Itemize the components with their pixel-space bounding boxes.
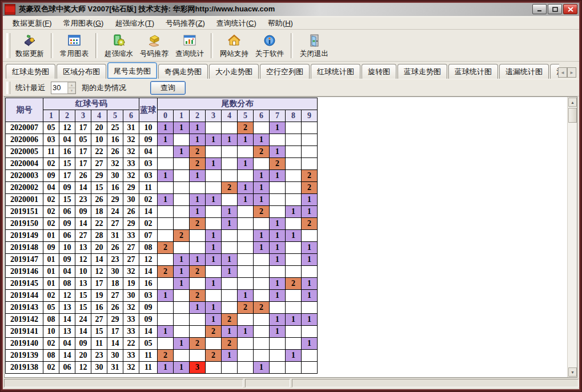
red-ball-cell: 16 <box>91 302 107 314</box>
tab-4[interactable]: 奇偶走势图 <box>158 64 208 79</box>
menu-item-h[interactable]: 帮助(H) <box>262 17 299 30</box>
tail-col-header: 6 <box>254 110 270 122</box>
toolbar-button-2[interactable]: 常用图表 <box>57 31 92 60</box>
tail-count-cell <box>238 266 254 278</box>
table-row: 20191411013141517331412111 <box>6 326 318 338</box>
query-button[interactable]: 查询 <box>150 81 186 95</box>
menu-item-f[interactable]: 数据更新(F) <box>7 17 58 30</box>
toolbar-button-7[interactable]: 关于软件 <box>252 31 287 60</box>
scroll-up-icon[interactable]: ▲ <box>568 98 577 107</box>
table-row: 202000603040510163209111111 <box>6 134 318 146</box>
table-row: 2019143051315162632091122 <box>6 302 318 314</box>
tail-count-cell: 1 <box>206 194 222 206</box>
menu-item-text: ) <box>291 19 293 27</box>
tail-count-cell <box>158 182 174 194</box>
toolbar-button-4[interactable]: 号码推荐 <box>137 31 172 60</box>
red-ball-cell: 28 <box>91 230 107 242</box>
tab-5[interactable]: 大小走势图 <box>209 64 259 79</box>
tail-count-cell <box>254 266 270 278</box>
menu-item-c[interactable]: 查询统计(C) <box>211 17 262 30</box>
tab-scroll-right-button[interactable]: ► <box>567 67 576 78</box>
tab-1[interactable]: 红球走势图 <box>6 64 55 79</box>
window-title: 英豪双色球中奖大师 V2007[钻石版] 技术支持: 华彩网http://www… <box>19 4 275 14</box>
period-cell: 2019146 <box>6 266 43 278</box>
red-ball-cell: 30 <box>107 170 123 182</box>
tail-col-header: 1 <box>174 110 190 122</box>
blue-ball-cell: 16 <box>139 278 158 290</box>
period-cell: 2020005 <box>6 146 43 158</box>
tail-count-cell: 1 <box>190 302 206 314</box>
scroll-down-icon[interactable]: ▼ <box>568 367 577 377</box>
red-ball-cell: 30 <box>107 350 123 362</box>
close-button[interactable] <box>563 4 577 14</box>
tail-count-cell: 1 <box>158 326 174 338</box>
tail-count-cell <box>286 266 302 278</box>
vertical-scrollbar[interactable]: ▲ ▼ <box>567 97 577 377</box>
toolbar-button-3[interactable]: 超强缩水 <box>101 31 137 60</box>
red-ball-cell: 22 <box>91 146 107 158</box>
spinner-down-icon[interactable]: ▼ <box>68 88 75 94</box>
tab-7[interactable]: 红球统计图 <box>311 64 360 79</box>
red-col-header: 6 <box>123 110 139 122</box>
red-ball-cell: 01 <box>43 278 59 290</box>
tail-count-cell <box>302 362 318 374</box>
period-cell: 2019149 <box>6 230 43 242</box>
blue-ball-cell: 14 <box>139 326 158 338</box>
menu-item-g[interactable]: 常用图表(G) <box>58 17 110 30</box>
tab-11[interactable]: 遗漏统计图 <box>499 64 549 79</box>
tail-count-cell <box>222 194 238 206</box>
tail-count-cell <box>254 254 270 266</box>
tail-count-cell <box>302 134 318 146</box>
tab-6[interactable]: 空行空列图 <box>260 64 310 79</box>
query-bar: 统计最近 ▲ ▼ 期的走势情况 查询 <box>2 79 580 96</box>
red-ball-cell: 17 <box>75 146 91 158</box>
tail-count-cell <box>190 182 206 194</box>
table-row: 20191440212151927300312111 <box>6 290 318 302</box>
red-ball-cell: 05 <box>43 302 59 314</box>
recent-periods-input[interactable] <box>51 82 67 94</box>
tail-count-cell: 2 <box>270 158 286 170</box>
toolbar-button-8[interactable]: 关闭退出 <box>296 31 332 60</box>
red-ball-cell: 09 <box>43 242 59 254</box>
toolbar-grip[interactable] <box>6 33 10 58</box>
red-ball-cell: 15 <box>75 302 91 314</box>
tab-9[interactable]: 蓝球走势图 <box>398 64 447 79</box>
tab-bar: 红球走势图区域分布图尾号走势图奇偶走势图大小走势图空行空列图红球统计图旋转图蓝球… <box>2 62 580 79</box>
scrollbar-thumb[interactable] <box>568 108 577 123</box>
period-cell: 2019142 <box>6 314 43 326</box>
tail-count-cell <box>206 362 222 374</box>
tab-scroll-left-button[interactable]: ◄ <box>558 67 567 78</box>
tab-3[interactable]: 尾号走势图 <box>107 62 157 79</box>
tail-count-cell <box>270 266 286 278</box>
tail-count-cell <box>270 134 286 146</box>
tail-count-cell <box>254 326 270 338</box>
red-ball-cell: 32 <box>107 158 123 170</box>
red-ball-cell: 29 <box>107 314 123 326</box>
tail-count-cell <box>254 350 270 362</box>
spinner-up-icon[interactable]: ▲ <box>68 82 75 88</box>
menu-item-z[interactable]: 号码推荐(Z) <box>160 17 211 30</box>
tab-10[interactable]: 蓝球统计图 <box>448 64 498 79</box>
arrow-right-icon: ► <box>569 70 574 75</box>
tab-2[interactable]: 区域分布图 <box>57 64 106 79</box>
tail-count-cell: 2 <box>190 158 206 170</box>
table-row: 2019150020914222729022112 <box>6 218 318 230</box>
querybar-grip[interactable] <box>6 82 10 94</box>
red-ball-cell: 23 <box>107 254 123 266</box>
query-label-before: 统计最近 <box>15 83 45 93</box>
red-col-header: 2 <box>59 110 75 122</box>
red-ball-cell: 02 <box>43 290 59 302</box>
tail-count-cell <box>238 254 254 266</box>
toolbar-button-6[interactable]: 网站支持 <box>216 31 252 60</box>
tail-count-cell <box>158 338 174 350</box>
close-icon <box>568 7 573 12</box>
menu-item-t[interactable]: 超强缩水(T) <box>109 17 160 30</box>
tab-8[interactable]: 旋转图 <box>362 64 396 79</box>
toolbar-button-1[interactable]: 数据更新 <box>12 31 47 60</box>
maximize-button[interactable] <box>548 4 562 14</box>
minimize-button[interactable] <box>532 4 547 14</box>
red-ball-cell: 31 <box>107 362 123 374</box>
tail-count-cell <box>286 254 302 266</box>
toolbar-button-5[interactable]: 查询统计 <box>172 31 207 60</box>
table-row: 20191490106272831330721111 <box>6 230 318 242</box>
